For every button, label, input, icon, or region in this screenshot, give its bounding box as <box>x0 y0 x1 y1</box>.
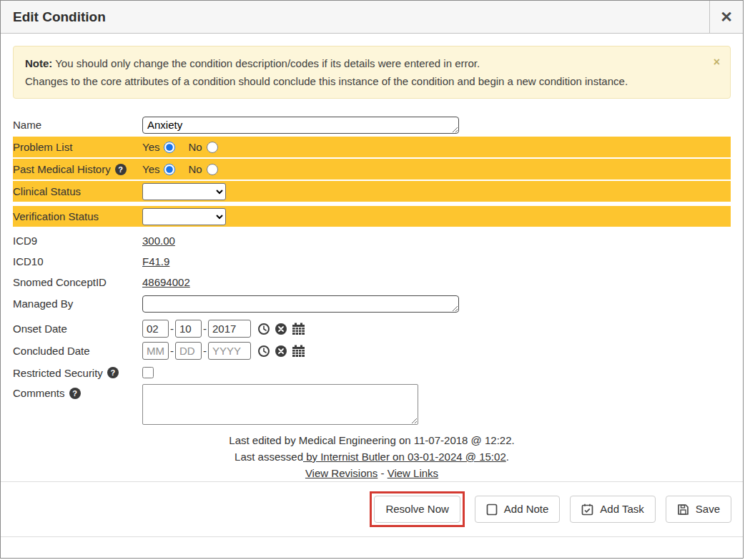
clock-icon[interactable] <box>257 345 270 358</box>
icd10-label: ICD10 <box>13 255 142 267</box>
modal-header: Edit Condition ✕ <box>1 1 743 34</box>
icd9-row: ICD9 300.00 <box>13 231 731 250</box>
name-label: Name <box>13 119 142 131</box>
onset-date-label: Onset Date <box>13 323 142 335</box>
bottom-space <box>1 537 743 559</box>
warning-note: Note: You should only change the conditi… <box>13 46 731 99</box>
note-label: Note: <box>25 57 52 69</box>
comments-label: Comments ? <box>13 387 142 399</box>
edit-condition-modal: Edit Condition ✕ Note: You should only c… <box>0 0 744 559</box>
view-links-line: View Revisions - View Links <box>13 465 731 481</box>
view-revisions-link[interactable]: View Revisions <box>305 467 378 479</box>
note-line-1: Note: You should only change the conditi… <box>25 54 701 72</box>
date-separator: - <box>170 323 174 335</box>
help-icon[interactable]: ? <box>107 367 119 378</box>
snomed-code-link[interactable]: 48694002 <box>142 276 190 288</box>
note-close-icon[interactable]: × <box>714 53 720 71</box>
problem-list-no-label: No <box>188 141 202 153</box>
past-medical-history-label: Past Medical History ? <box>13 163 142 175</box>
comments-input[interactable] <box>142 384 418 425</box>
resolve-now-annotation: Resolve Now <box>370 491 464 527</box>
clear-date-icon[interactable] <box>275 323 287 335</box>
icd9-label: ICD9 <box>13 235 142 247</box>
concluded-date-row: Concluded Date - - <box>13 340 731 361</box>
icd10-code-link[interactable]: F41.9 <box>142 255 169 267</box>
date-separator: - <box>170 345 174 357</box>
icd9-code-link[interactable]: 300.00 <box>142 235 175 247</box>
problem-list-row: Problem List Yes No <box>13 137 731 157</box>
name-input[interactable]: Anxiety <box>142 117 459 134</box>
onset-date-icons <box>257 323 305 335</box>
close-icon[interactable]: ✕ <box>709 1 743 33</box>
add-note-button[interactable]: Add Note <box>475 496 561 523</box>
calendar-check-icon <box>581 503 593 516</box>
managed-by-input[interactable] <box>142 295 459 313</box>
note-line-2: Changes to the core attributes of a cond… <box>25 72 701 90</box>
concluded-date-icons <box>257 345 305 358</box>
note-icon <box>486 503 498 516</box>
view-links-link[interactable]: View Links <box>388 467 438 479</box>
onset-day-input[interactable] <box>175 320 202 338</box>
pmh-yes-label: Yes <box>142 163 159 175</box>
past-medical-history-row: Past Medical History ? Yes No <box>13 159 731 180</box>
clear-date-icon[interactable] <box>275 345 287 358</box>
last-edited-text: Last edited by Medical Engineering on 11… <box>13 432 731 448</box>
clinical-status-row: Clinical Status <box>13 181 731 202</box>
last-assessed-link[interactable]: by Internist Butler on 03-01-2024 @ 15:0… <box>303 451 506 463</box>
concluded-day-input[interactable] <box>175 342 202 360</box>
icd10-row: ICD10 F41.9 <box>13 252 731 271</box>
onset-date-row: Onset Date - - <box>13 318 731 339</box>
concluded-month-input[interactable] <box>142 342 169 360</box>
clinical-status-label: Clinical Status <box>13 185 142 197</box>
calendar-icon[interactable] <box>292 323 305 335</box>
resolve-now-button[interactable]: Resolve Now <box>374 496 460 523</box>
modal-title: Edit Condition <box>1 1 709 33</box>
snomed-label: Snomed ConceptID <box>13 276 142 288</box>
concluded-year-input[interactable] <box>208 342 251 360</box>
modal-footer: Resolve Now Add Note Add Task Save <box>1 482 743 536</box>
calendar-icon[interactable] <box>292 345 305 358</box>
managed-by-row: Managed By <box>13 293 731 314</box>
modal-body: Note: You should only change the conditi… <box>1 34 743 481</box>
save-button[interactable]: Save <box>666 496 731 523</box>
last-assessed-text: Last assessed by Internist Butler on 03-… <box>13 448 731 465</box>
date-separator: - <box>203 345 207 357</box>
restricted-security-row: Restricted Security ? <box>13 363 731 383</box>
date-separator: - <box>203 323 207 335</box>
status-block: Last edited by Medical Engineering on 11… <box>13 432 731 481</box>
onset-month-input[interactable] <box>142 320 169 338</box>
problem-list-yes-radio[interactable] <box>164 142 175 153</box>
problem-list-label: Problem List <box>13 141 142 153</box>
clinical-status-select[interactable] <box>142 183 226 200</box>
pmh-yes-radio[interactable] <box>164 164 175 175</box>
restricted-security-checkbox[interactable] <box>142 367 154 378</box>
help-icon[interactable]: ? <box>115 164 127 175</box>
problem-list-no-radio[interactable] <box>207 142 218 153</box>
comments-row: Comments ? <box>13 384 731 425</box>
save-icon <box>677 503 689 516</box>
managed-by-label: Managed By <box>13 298 142 310</box>
past-medical-history-options: Yes No <box>142 163 218 175</box>
help-icon[interactable]: ? <box>69 388 81 399</box>
verification-status-row: Verification Status <box>13 206 731 227</box>
pmh-no-label: No <box>188 163 202 175</box>
problem-list-yes-label: Yes <box>142 141 159 153</box>
problem-list-options: Yes No <box>142 141 218 153</box>
verification-status-select[interactable] <box>142 208 226 225</box>
concluded-date-label: Concluded Date <box>13 345 142 357</box>
verification-status-label: Verification Status <box>13 210 142 222</box>
add-task-button[interactable]: Add Task <box>570 496 655 523</box>
pmh-no-radio[interactable] <box>207 164 218 175</box>
onset-year-input[interactable] <box>208 320 251 338</box>
clock-icon[interactable] <box>257 323 270 335</box>
name-row: Name Anxiety <box>13 114 731 135</box>
restricted-security-label: Restricted Security ? <box>13 367 142 379</box>
snomed-row: Snomed ConceptID 48694002 <box>13 272 731 292</box>
